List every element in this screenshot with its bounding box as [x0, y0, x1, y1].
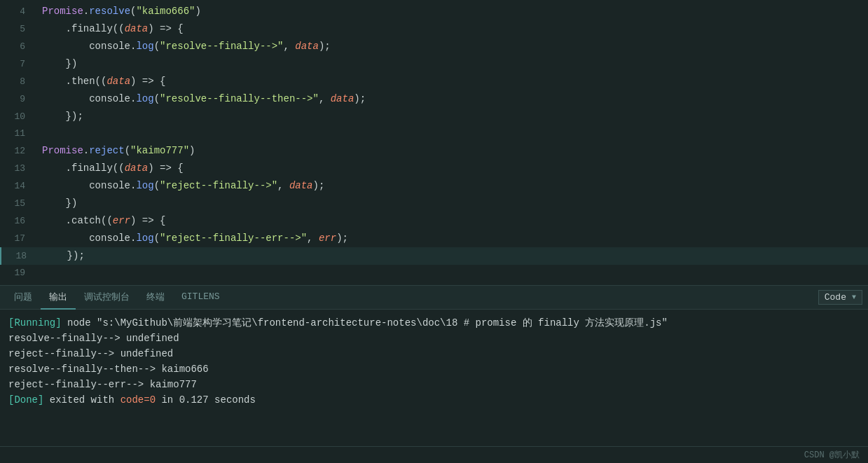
- code-line: 15 }): [0, 195, 868, 212]
- token: (: [125, 145, 130, 156]
- line-number: 4: [0, 4, 36, 20]
- token: data: [295, 41, 319, 52]
- token: .: [83, 145, 89, 156]
- token: ): [195, 6, 200, 17]
- line-content: });: [36, 108, 868, 125]
- line-content: }): [36, 55, 868, 72]
- status-bar: CSDN @凯小默: [0, 446, 868, 463]
- token: );: [354, 93, 366, 104]
- line-number: 15: [0, 195, 36, 212]
- line-number: 17: [0, 230, 36, 247]
- token: ) => {: [130, 215, 165, 226]
- line-content: Promise.reject("kaimo777"): [36, 142, 868, 159]
- terminal-text: in 0.127 seconds: [156, 394, 256, 406]
- line-number: 8: [0, 74, 36, 90]
- token: );: [319, 41, 331, 52]
- line-content: console.log("resolve--finally--then-->",…: [36, 90, 868, 107]
- line-number: 18: [1, 248, 38, 265]
- terminal-line: reject--finally--err--> kaimo777: [8, 377, 860, 392]
- token: .finally((: [42, 163, 125, 174]
- token: }): [42, 58, 77, 69]
- code-line: 8 .then((data) => {: [0, 73, 868, 90]
- token: .: [83, 6, 89, 17]
- code-line: 7 }): [0, 55, 868, 73]
- terminal-line: reject--finally--> undefined: [8, 346, 860, 361]
- line-content: .finally((data) => {: [36, 160, 868, 177]
- panel-tab-调试控制台[interactable]: 调试控制台: [76, 286, 138, 310]
- code-line: 14 console.log("reject--finally-->", dat…: [0, 177, 868, 195]
- terminal-text: resolve--finally--> undefined: [8, 333, 179, 344]
- token: .then((: [42, 76, 106, 87]
- token: log: [136, 93, 153, 104]
- panel-tab-输出[interactable]: 输出: [41, 286, 76, 310]
- panel-tabs: 问题输出调试控制台终端GITLENS Code ▼: [0, 286, 868, 310]
- line-number: 6: [0, 39, 36, 55]
- panel-tab-终端[interactable]: 终端: [138, 286, 173, 310]
- token: .finally((: [42, 23, 125, 34]
- token: ) => {: [148, 23, 183, 34]
- token: (: [154, 41, 160, 52]
- terminal-text: [Running]: [8, 317, 67, 329]
- token: log: [136, 233, 153, 244]
- token: ) => {: [148, 163, 183, 174]
- code-line: 11: [0, 125, 868, 142]
- token: console: [42, 180, 130, 191]
- line-content: console.log("reject--finally-->", data);: [36, 177, 868, 194]
- token: console: [42, 41, 130, 52]
- token: );: [336, 233, 348, 244]
- token: "resolve--finally-->": [160, 41, 283, 52]
- code-dropdown[interactable]: Code ▼: [818, 290, 862, 305]
- code-line: 5 .finally((data) => {: [0, 20, 868, 38]
- line-number: 11: [0, 125, 36, 142]
- token: reject: [89, 145, 124, 156]
- line-number: 10: [0, 109, 36, 125]
- code-line: 10 });: [0, 108, 868, 125]
- line-content: .then((data) => {: [36, 73, 868, 90]
- code-dropdown-label: Code: [825, 292, 846, 303]
- code-line: 17 console.log("reject--finally--err-->"…: [0, 230, 868, 247]
- line-number: 14: [0, 178, 36, 195]
- token: "reject--finally--err-->": [160, 233, 307, 244]
- token: data: [125, 23, 149, 34]
- terminal-text: node "s:\MyGithub\前端架构学习笔记\frontend-arch…: [67, 317, 668, 329]
- token: data: [125, 163, 149, 174]
- terminal-text: reject--finally--> undefined: [8, 348, 173, 359]
- token: .catch((: [42, 215, 113, 226]
- token: log: [136, 180, 153, 191]
- csdn-brand: CSDN @凯小默: [804, 449, 860, 461]
- line-content: });: [38, 247, 868, 264]
- code-line: 19: [0, 265, 868, 282]
- line-number: 9: [0, 91, 36, 108]
- panel-tab-问题[interactable]: 问题: [6, 286, 41, 310]
- token: Promise: [42, 6, 83, 17]
- code-line: 4Promise.resolve("kaimo666"): [0, 3, 868, 20]
- token: console: [42, 93, 130, 104]
- terminal-line: [Done] exited with code=0 in 0.127 secon…: [8, 392, 860, 408]
- bottom-panel: 问题输出调试控制台终端GITLENS Code ▼ [Running] node…: [0, 285, 868, 446]
- token: "kaimo666": [136, 6, 195, 17]
- terminal-text: reject--finally--err--> kaimo777: [8, 379, 197, 390]
- token: data: [289, 180, 313, 191]
- code-line: 9 console.log("resolve--finally--then-->…: [0, 90, 868, 108]
- token: "resolve--finally--then-->": [160, 93, 319, 104]
- panel-tab-gitlens[interactable]: GITLENS: [173, 286, 228, 310]
- line-content: console.log("reject--finally--err-->", e…: [36, 230, 868, 247]
- token: data: [331, 93, 354, 104]
- token: ,: [284, 41, 296, 52]
- line-number: 13: [0, 160, 36, 177]
- token: (: [154, 233, 160, 244]
- token: }): [42, 198, 77, 209]
- code-line: 12Promise.reject("kaimo777"): [0, 142, 868, 160]
- token: Promise: [42, 145, 83, 156]
- line-number: 19: [0, 265, 36, 282]
- terminal-text: [Done]: [8, 394, 50, 406]
- terminal-line: resolve--finally--then--> kaimo666: [8, 361, 860, 377]
- token: console: [42, 233, 130, 244]
- code-line: 16 .catch((err) => {: [0, 212, 868, 230]
- line-number: 16: [0, 213, 36, 230]
- line-content: console.log("resolve--finally-->", data)…: [36, 38, 868, 55]
- token: ,: [277, 180, 289, 191]
- token: log: [136, 41, 153, 52]
- token: "reject--finally-->": [160, 180, 277, 191]
- code-line: 13 .finally((data) => {: [0, 160, 868, 177]
